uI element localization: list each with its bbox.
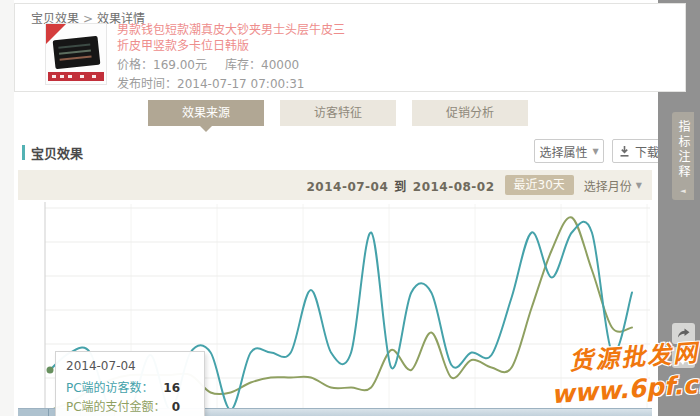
promo-banner bbox=[48, 72, 104, 81]
product-publish-time: 发布时间：2014-07-17 07:00:31 bbox=[117, 76, 363, 92]
feedback-button[interactable] bbox=[672, 347, 695, 368]
tooltip-payment-value: 0 bbox=[172, 398, 194, 416]
select-attribute-button[interactable]: 选择属性 ▼ bbox=[534, 139, 604, 163]
tooltip-visitors-label: PC端的访客数： bbox=[66, 379, 154, 398]
publish-label: 发布时间： bbox=[117, 77, 177, 91]
select-attribute-label: 选择属性 bbox=[539, 143, 587, 160]
date-to-word: 到 bbox=[394, 180, 407, 194]
share-icon bbox=[677, 328, 690, 339]
date-range: 2014-07-04到2014-08-02 bbox=[307, 177, 495, 194]
metric-notes-tab[interactable]: 指标注释 ◄ bbox=[672, 112, 694, 200]
chart-tooltip: 2014-07-04 PC端的访客数： 16 PC端的支付金额： 0 bbox=[55, 351, 205, 416]
collapse-arrow-icon: ◄ bbox=[672, 187, 694, 195]
metric-notes-label: 指标注释 bbox=[672, 120, 694, 180]
section-title: 宝贝效果 bbox=[31, 143, 83, 162]
active-nav-notch bbox=[200, 126, 212, 132]
date-start[interactable]: 2014-07-04 bbox=[307, 180, 389, 194]
date-filter-bar: 2014-07-04到2014-08-02 最近30天 选择月份 ▼ bbox=[18, 170, 652, 200]
caret-down-icon: ▼ bbox=[636, 181, 642, 190]
nav-tab-effect-source[interactable]: 效果来源 bbox=[148, 100, 264, 126]
section-accent-bar bbox=[22, 145, 25, 160]
product-info: 男款钱包短款潮真皮大钞夹男士头层牛皮三折皮甲竖款多卡位日韩版 价格：169.00… bbox=[117, 22, 363, 92]
tooltip-date: 2014-07-04 bbox=[66, 359, 194, 373]
download-label: 下载 bbox=[635, 143, 659, 160]
stock-value: 40000 bbox=[261, 58, 299, 72]
page: 宝贝效果>效果详情 男款钱包短款潮真皮大钞夹男士头层牛皮三折皮甲竖款多卡位日韩版… bbox=[0, 0, 700, 416]
tooltip-payment-label: PC端的支付金额： bbox=[66, 398, 166, 416]
nav-tab-promotion-analysis[interactable]: 促销分析 bbox=[412, 100, 528, 126]
wallet-photo bbox=[53, 36, 101, 70]
price-value: 169.00元 bbox=[153, 58, 207, 72]
price-label: 价格： bbox=[117, 58, 153, 72]
select-month-dropdown[interactable]: 选择月份 ▼ bbox=[584, 177, 642, 194]
stock-label: 库存： bbox=[225, 58, 261, 72]
share-button[interactable] bbox=[672, 323, 695, 344]
product-thumbnail[interactable] bbox=[45, 23, 107, 85]
comment-icon bbox=[677, 353, 690, 362]
caret-down-icon: ▼ bbox=[592, 147, 598, 156]
tooltip-visitors-value: 16 bbox=[163, 379, 194, 398]
select-month-label: 选择月份 bbox=[584, 177, 632, 194]
download-icon bbox=[619, 145, 630, 157]
nav-tab-visitor-features[interactable]: 访客特征 bbox=[280, 100, 396, 126]
date-end[interactable]: 2014-08-02 bbox=[413, 180, 495, 194]
publish-value: 2014-07-17 07:00:31 bbox=[177, 77, 304, 91]
product-summary-panel: 宝贝效果>效果详情 男款钱包短款潮真皮大钞夹男士头层牛皮三折皮甲竖款多卡位日韩版… bbox=[14, 3, 686, 92]
last-30-days-button[interactable]: 最近30天 bbox=[505, 175, 574, 195]
product-title[interactable]: 男款钱包短款潮真皮大钞夹男士头层牛皮三折皮甲竖款多卡位日韩版 bbox=[117, 22, 351, 54]
product-price-stock: 价格：169.00元库存：40000 bbox=[117, 57, 363, 73]
